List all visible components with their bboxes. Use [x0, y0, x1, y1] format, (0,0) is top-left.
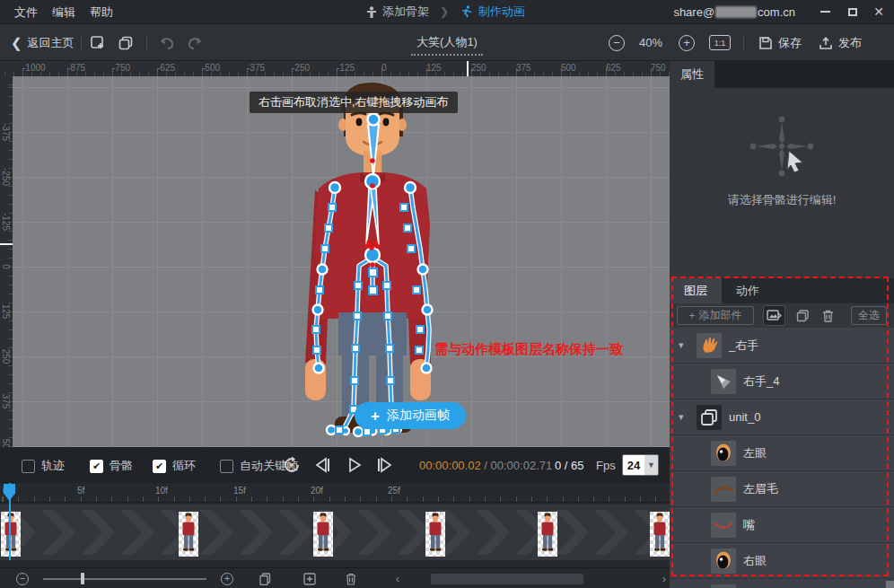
- chevron-down-icon[interactable]: ▾: [679, 411, 684, 423]
- tab-make-animation[interactable]: 制作动画: [460, 4, 525, 20]
- maximize-button[interactable]: [839, 0, 866, 23]
- select-all-label: 全选: [858, 308, 880, 323]
- ruler-label: -875: [67, 63, 85, 73]
- timeline-tick-label: 10f: [155, 486, 168, 496]
- timeline-tick-label: 25f: [388, 486, 400, 496]
- eye-icon: [711, 441, 736, 466]
- menu-item-1[interactable]: 编辑: [52, 4, 75, 21]
- tab-actions[interactable]: 动作: [722, 278, 774, 303]
- chevron-left-icon: ❮: [11, 35, 22, 51]
- unchecked-checkbox[interactable]: [22, 460, 35, 473]
- chevron-right-icon: ❯: [440, 5, 449, 18]
- chevron-down-icon[interactable]: ▾: [679, 339, 684, 351]
- account-prefix: share@: [673, 5, 714, 19]
- redo-button[interactable]: [186, 24, 204, 61]
- restart-button[interactable]: [280, 454, 303, 476]
- keyframe-thumbnail-3[interactable]: [425, 512, 445, 557]
- layers-scrollbar[interactable]: [886, 581, 894, 588]
- layer-row[interactable]: ▾_右手: [670, 328, 894, 364]
- timeline-scrollbar-thumb[interactable]: [431, 574, 583, 584]
- layer-row[interactable]: ▾unit_0: [670, 399, 894, 435]
- account-email: share@com.cn: [673, 5, 795, 19]
- next-frame-button[interactable]: [373, 454, 397, 476]
- keyframe-thumbnail-5[interactable]: [650, 512, 670, 557]
- undo-button[interactable]: [158, 24, 176, 61]
- tab-layers[interactable]: 图层: [670, 278, 722, 303]
- duplicate-layer-button[interactable]: [792, 305, 814, 326]
- keyframe-thumbnail-0[interactable]: [1, 512, 21, 557]
- add-animation-frame-button[interactable]: + 添加动画帧: [355, 402, 466, 429]
- plus-icon: +: [371, 408, 380, 424]
- loop-checkbox[interactable]: ✔循环: [153, 458, 196, 474]
- zoom-out-button[interactable]: −: [609, 24, 625, 61]
- checked-checkbox[interactable]: ✔: [90, 460, 103, 473]
- layer-row-partial[interactable]: [670, 579, 894, 588]
- copy-frame-button[interactable]: [257, 571, 273, 586]
- zoom-in-button[interactable]: +: [679, 24, 695, 61]
- add-part-button[interactable]: +添加部件: [677, 306, 754, 325]
- select-all-button[interactable]: 全选: [851, 306, 887, 325]
- timeline-zoom-out-button[interactable]: −: [14, 571, 31, 586]
- timeline-tick-label: 5f: [77, 486, 84, 496]
- animation-canvas[interactable]: 右击画布取消选中,右键拖拽移动画布 需与动作模板图层名称保持一致 + 添加动画帧: [13, 76, 670, 447]
- duplicate-frame-button[interactable]: [118, 24, 134, 61]
- save-button[interactable]: 保存: [758, 24, 802, 61]
- scene-name[interactable]: 大笑(人物1): [411, 34, 483, 56]
- fps-dropdown[interactable]: 24 ▼: [622, 454, 659, 476]
- timeline-zoom-slider[interactable]: [43, 578, 206, 580]
- layer-row[interactable]: 嘴: [670, 507, 894, 543]
- bones-checkbox[interactable]: ✔骨骼: [90, 458, 133, 474]
- layer-row[interactable]: 左眉毛: [670, 471, 894, 507]
- play-button[interactable]: [343, 454, 366, 476]
- timeline[interactable]: 05f10f15f20f25f: [0, 483, 670, 567]
- tab-properties[interactable]: 属性: [670, 61, 714, 88]
- running-person-icon: [460, 5, 473, 18]
- layer-row[interactable]: 右眼: [670, 543, 894, 579]
- publish-button[interactable]: 发布: [819, 24, 862, 61]
- replace-image-button[interactable]: [763, 305, 785, 326]
- trajectory-checkbox[interactable]: 轨迹: [22, 458, 65, 474]
- checked-checkbox[interactable]: ✔: [153, 460, 166, 473]
- keyframe-thumbnail-1[interactable]: [179, 512, 198, 557]
- menu-item-2[interactable]: 帮助: [90, 4, 113, 21]
- scroll-left-arrow[interactable]: ‹: [390, 571, 406, 586]
- ruler-label: -625: [157, 63, 175, 73]
- tab-add-skeleton[interactable]: 添加骨架: [366, 4, 429, 20]
- timeline-zoom-in-button[interactable]: +: [219, 571, 235, 586]
- timeline-track[interactable]: [0, 505, 670, 560]
- timeline-tick-label: 20f: [311, 486, 323, 496]
- vertical-ruler: -375-250-1250125250375500: [0, 76, 13, 447]
- timeline-ruler[interactable]: 05f10f15f20f25f: [0, 483, 670, 503]
- menu-item-0[interactable]: 文件: [14, 4, 38, 21]
- ruler-label: -500: [202, 63, 220, 73]
- checkbox-label: 循环: [172, 458, 196, 474]
- delete-frame-button[interactable]: [343, 571, 359, 586]
- timeline-tick-label: 15f: [233, 486, 246, 496]
- keyframe-thumbnail-4[interactable]: [538, 512, 557, 557]
- account-suffix: com.cn: [758, 5, 795, 19]
- ruler-label: 125: [426, 63, 442, 73]
- layer-name: unit_0: [729, 410, 760, 424]
- minimize-button[interactable]: [811, 0, 838, 23]
- layer-row[interactable]: 右手_4: [670, 364, 894, 399]
- add-frame-button[interactable]: [90, 24, 106, 61]
- character-figure[interactable]: [292, 81, 444, 440]
- ruler-label: 250: [0, 341, 11, 372]
- scroll-right-arrow[interactable]: ›: [656, 571, 672, 586]
- keyframe-thumbnail-2[interactable]: [313, 512, 333, 557]
- layer-thumbnail: [711, 584, 736, 588]
- eye-icon: [711, 549, 736, 574]
- layer-row[interactable]: 左眼: [670, 435, 894, 471]
- back-home-button[interactable]: ❮ 返回主页: [11, 24, 74, 61]
- ruler-label: 750: [651, 63, 666, 73]
- delete-layer-button[interactable]: [817, 305, 839, 326]
- playback-bar: 轨迹✔骨骼✔循环自动关键帧 00:00:00.02 / 00:00:02.71 …: [0, 447, 670, 483]
- timeline-zoom-slider-handle[interactable]: [81, 573, 84, 584]
- insert-frame-button[interactable]: [302, 571, 318, 586]
- actual-size-button[interactable]: 1:1: [709, 24, 731, 61]
- unchecked-checkbox[interactable]: [220, 460, 233, 473]
- close-button[interactable]: ✕: [865, 0, 892, 23]
- ruler-label: -125: [337, 63, 355, 73]
- account-redacted: [715, 6, 757, 18]
- previous-frame-button[interactable]: [311, 454, 334, 476]
